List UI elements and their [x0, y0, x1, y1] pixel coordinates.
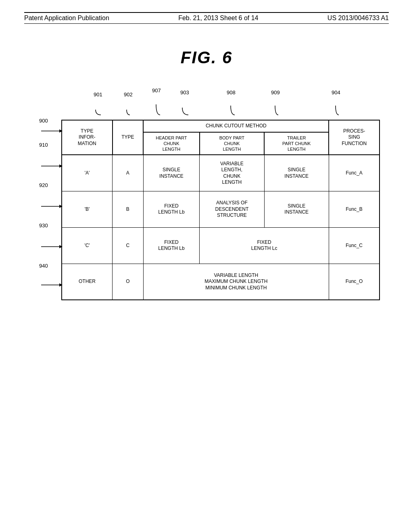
col-trailer-part-header: TRAILERPART CHUNKLENGTH: [264, 132, 329, 155]
ref-909: 909: [271, 89, 280, 96]
table-row-940: OTHER O VARIABLE LENGTHMAXIMUM CHUNK LEN…: [62, 264, 380, 300]
figure-title: FIG. 6: [24, 48, 389, 67]
ref-904: 904: [332, 89, 340, 96]
col-header-part-header: HEADER PARTCHUNKLENGTH: [143, 132, 199, 155]
header-bar: Patent Application Publication Feb. 21, …: [24, 12, 389, 24]
cell-910-type: A: [113, 155, 144, 191]
col-type-header: TYPE: [113, 120, 144, 155]
cell-930-function: Func_C: [329, 227, 380, 264]
ref-900: 900: [39, 118, 48, 124]
cell-940-type-info: OTHER: [62, 264, 113, 300]
cell-920-type: B: [113, 191, 144, 227]
ref-910: 910: [39, 142, 48, 148]
cell-920-trailer-chunk: SINGLEINSTANCE: [264, 191, 329, 227]
ref-940: 940: [39, 263, 48, 269]
cell-920-function: Func_B: [329, 191, 380, 227]
header-left: Patent Application Publication: [24, 15, 109, 22]
page: Patent Application Publication Feb. 21, …: [0, 0, 413, 532]
col-type-info-header: TYPEINFOR-MATION: [62, 120, 113, 155]
cell-910-function: Func_A: [329, 155, 380, 191]
table-area: 910 920 930 940 TYPEINFOR-MATION: [61, 120, 380, 300]
table-row-910: 'A' A SINGLEINSTANCE VARIABLELENGTH,CHUN…: [62, 155, 380, 191]
header-row-1: TYPEINFOR-MATION TYPE CHUNK CUTOUT METHO…: [62, 120, 380, 132]
cell-940-function: Func_O: [329, 264, 380, 300]
cell-930-body-trailer-merged: FIXEDLENGTH Lc: [200, 227, 329, 264]
cell-920-header-chunk: FIXEDLENGTH Lb: [143, 191, 199, 227]
col-body-part-header: BODY PARTCHUNKLENGTH: [200, 132, 264, 155]
above-table-refs: 900 901 902 907 903 908 909 904: [61, 87, 380, 120]
cell-940-chunk-merged: VARIABLE LENGTHMAXIMUM CHUNK LENGTHMINIM…: [143, 264, 329, 300]
table-row-930: 'C' C FIXEDLENGTH Lb FIXEDLENGTH Lc Func…: [62, 227, 380, 264]
cell-920-body-chunk: ANALYSIS OFDESCENDENTSTRUCTURE: [200, 191, 264, 227]
diagram-container: 900 901 902 907 903 908 909 904 910 920 …: [33, 87, 380, 300]
col-chunk-cutout-header: CHUNK CUTOUT METHOD: [143, 120, 329, 132]
cell-940-type: O: [113, 264, 144, 300]
header-right: US 2013/0046733 A1: [327, 15, 389, 22]
ref-902: 902: [124, 91, 133, 98]
ref-920: 920: [39, 182, 48, 188]
cell-930-type-info: 'C': [62, 227, 113, 264]
table-row-920: 'B' B FIXEDLENGTH Lb ANALYSIS OFDESCENDE…: [62, 191, 380, 227]
cell-930-header-chunk: FIXEDLENGTH Lb: [143, 227, 199, 264]
cell-920-type-info: 'B': [62, 191, 113, 227]
cell-910-type-info: 'A': [62, 155, 113, 191]
ref-930: 930: [39, 222, 48, 229]
ref-901: 901: [94, 91, 102, 98]
ref-903: 903: [180, 89, 189, 96]
ref-907: 907: [152, 87, 161, 94]
main-table: TYPEINFOR-MATION TYPE CHUNK CUTOUT METHO…: [61, 120, 380, 300]
header-center: Feb. 21, 2013 Sheet 6 of 14: [178, 15, 258, 22]
cell-910-trailer-chunk: SINGLEINSTANCE: [264, 155, 329, 191]
cell-910-header-chunk: SINGLEINSTANCE: [143, 155, 199, 191]
col-processing-function-header: PROCES-SINGFUNCTION: [329, 120, 380, 155]
ref-908: 908: [227, 89, 236, 96]
cell-910-body-chunk: VARIABLELENGTH,CHUNKLENGTH: [200, 155, 264, 191]
cell-930-type: C: [113, 227, 144, 264]
